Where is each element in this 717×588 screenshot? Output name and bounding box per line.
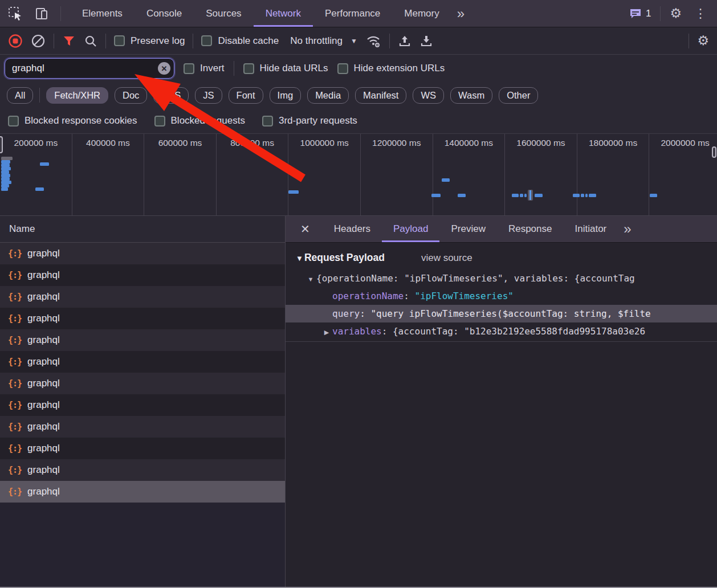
checkbox[interactable] bbox=[154, 116, 165, 126]
throttling-dropdown[interactable]: No throttling ▼ bbox=[290, 35, 357, 47]
disclosure-triangle-icon[interactable]: ▼ bbox=[305, 271, 316, 287]
close-details-icon[interactable]: ✕ bbox=[286, 222, 323, 236]
request-row[interactable]: {:}graphql bbox=[0, 243, 285, 264]
chip-fetch-xhr[interactable]: Fetch/XHR bbox=[46, 87, 108, 104]
request-row[interactable]: {:}graphql bbox=[0, 459, 285, 481]
request-timing-bar[interactable] bbox=[520, 194, 523, 197]
view-source-link[interactable]: view source bbox=[421, 252, 472, 264]
request-timing-bar[interactable] bbox=[535, 194, 543, 197]
payload-line[interactable]: ▼{operationName: "ipFlowTimeseries", var… bbox=[286, 270, 717, 287]
chip-doc[interactable]: Doc bbox=[115, 87, 147, 104]
blocked-response-cookies-checkbox[interactable]: Blocked response cookies bbox=[8, 115, 137, 126]
inspect-element-icon[interactable] bbox=[8, 6, 23, 21]
tab-performance[interactable]: Performance bbox=[313, 0, 392, 27]
request-timing-bar[interactable] bbox=[585, 194, 588, 197]
request-timing-bar[interactable] bbox=[431, 194, 441, 197]
chip-js[interactable]: JS bbox=[195, 87, 222, 104]
3rd-party-requests-checkbox[interactable]: 3rd-party requests bbox=[262, 115, 357, 126]
clear-filter-icon[interactable]: ✕ bbox=[158, 62, 170, 75]
chip-all[interactable]: All bbox=[7, 87, 33, 104]
selected-request-marker[interactable] bbox=[528, 190, 533, 201]
chip-media[interactable]: Media bbox=[307, 87, 349, 104]
request-timing-bar[interactable] bbox=[512, 194, 519, 197]
record-network-log-icon[interactable] bbox=[8, 34, 23, 48]
overview-right-handle[interactable] bbox=[712, 146, 716, 158]
checkbox[interactable] bbox=[262, 116, 273, 126]
disclosure-triangle-icon[interactable]: ▶ bbox=[321, 324, 332, 340]
request-payload-section[interactable]: ▼Request Payload bbox=[296, 252, 385, 264]
request-timing-bar[interactable] bbox=[650, 194, 657, 197]
checkbox[interactable] bbox=[184, 63, 194, 74]
tab-console[interactable]: Console bbox=[135, 0, 194, 27]
overview-left-handle[interactable] bbox=[0, 136, 3, 153]
request-timing-bar[interactable] bbox=[442, 178, 450, 182]
request-timing-bar[interactable] bbox=[581, 194, 584, 197]
detail-tab-headers[interactable]: Headers bbox=[323, 216, 382, 242]
request-timing-bar[interactable] bbox=[40, 162, 49, 166]
issues-counter[interactable]: 1 bbox=[629, 8, 651, 19]
request-row[interactable]: {:}graphql bbox=[0, 351, 285, 373]
clear-network-log-icon[interactable] bbox=[31, 34, 46, 48]
invert-checkbox[interactable]: Invert bbox=[184, 63, 225, 74]
customize-menu-icon[interactable]: ⋮ bbox=[691, 7, 710, 20]
request-timing-bar[interactable] bbox=[1, 187, 8, 191]
request-row[interactable]: {:}graphql bbox=[0, 373, 285, 394]
detail-tab-response[interactable]: Response bbox=[497, 216, 564, 242]
request-timing-bar[interactable] bbox=[458, 194, 466, 197]
tab-memory[interactable]: Memory bbox=[392, 0, 451, 27]
more-detail-tabs-icon[interactable]: » bbox=[618, 221, 637, 237]
fetch-braces-icon: {:} bbox=[8, 292, 22, 302]
network-conditions-icon[interactable] bbox=[365, 34, 381, 48]
request-row[interactable]: {:}graphql bbox=[0, 329, 285, 351]
filter-input[interactable] bbox=[5, 58, 174, 79]
detail-tab-payload[interactable]: Payload bbox=[382, 216, 439, 242]
chip-font[interactable]: Font bbox=[229, 87, 263, 104]
detail-tab-initiator[interactable]: Initiator bbox=[564, 216, 618, 242]
request-timing-bar[interactable] bbox=[35, 187, 44, 191]
request-row[interactable]: {:}graphql bbox=[0, 286, 285, 308]
checkbox[interactable] bbox=[243, 63, 254, 74]
request-timing-bar[interactable] bbox=[573, 194, 580, 197]
settings-gear-icon[interactable]: ⚙ bbox=[670, 7, 682, 20]
search-icon[interactable] bbox=[84, 34, 97, 48]
request-timing-bar[interactable] bbox=[524, 194, 527, 197]
tab-network[interactable]: Network bbox=[254, 0, 313, 27]
import-har-icon[interactable] bbox=[398, 34, 412, 48]
device-toolbar-icon[interactable] bbox=[34, 6, 49, 21]
network-overview-timeline[interactable]: 200000 ms400000 ms600000 ms800000 ms1000… bbox=[0, 134, 717, 216]
checkbox[interactable] bbox=[201, 35, 212, 46]
payload-line[interactable]: operationName: "ipFlowTimeseries" bbox=[286, 287, 717, 305]
filter-icon[interactable] bbox=[62, 34, 76, 48]
request-timing-bar[interactable] bbox=[589, 194, 596, 197]
preserve-log-checkbox[interactable]: Preserve log bbox=[114, 35, 185, 47]
tab-elements[interactable]: Elements bbox=[70, 0, 135, 27]
request-row[interactable]: {:}graphql bbox=[0, 308, 285, 329]
checkbox[interactable] bbox=[337, 63, 348, 74]
detail-tab-preview[interactable]: Preview bbox=[439, 216, 496, 242]
payload-line[interactable]: ▶variables: {accountTag: "b12e3b2192ee55… bbox=[286, 322, 717, 340]
chip-wasm[interactable]: Wasm bbox=[450, 87, 492, 104]
hide-extension-urls-checkbox[interactable]: Hide extension URLs bbox=[337, 63, 445, 74]
chip-other[interactable]: Other bbox=[499, 87, 538, 104]
network-settings-gear-icon[interactable]: ⚙ bbox=[697, 34, 709, 47]
chip-img[interactable]: Img bbox=[270, 87, 302, 104]
disable-cache-checkbox[interactable]: Disable cache bbox=[201, 35, 279, 47]
request-row[interactable]: {:}graphql bbox=[0, 481, 285, 503]
more-tabs-icon[interactable]: » bbox=[451, 6, 470, 22]
chip-css[interactable]: CSS bbox=[153, 87, 189, 104]
chip-manifest[interactable]: Manifest bbox=[355, 87, 406, 104]
tab-sources[interactable]: Sources bbox=[194, 0, 253, 27]
request-row[interactable]: {:}graphql bbox=[0, 264, 285, 286]
request-row[interactable]: {:}graphql bbox=[0, 394, 285, 416]
hide-data-urls-checkbox[interactable]: Hide data URLs bbox=[243, 63, 328, 74]
request-timing-bar[interactable] bbox=[288, 190, 299, 194]
checkbox[interactable] bbox=[114, 35, 125, 46]
request-row[interactable]: {:}graphql bbox=[0, 416, 285, 438]
name-column-header[interactable]: Name bbox=[0, 216, 285, 243]
request-row[interactable]: {:}graphql bbox=[0, 438, 285, 459]
export-har-icon[interactable] bbox=[419, 34, 433, 48]
chip-ws[interactable]: WS bbox=[413, 87, 444, 104]
checkbox[interactable] bbox=[8, 116, 19, 126]
blocked-requests-checkbox[interactable]: Blocked requests bbox=[154, 115, 245, 126]
payload-line[interactable]: query: "query ipFlowTimeseries($accountT… bbox=[286, 305, 717, 322]
